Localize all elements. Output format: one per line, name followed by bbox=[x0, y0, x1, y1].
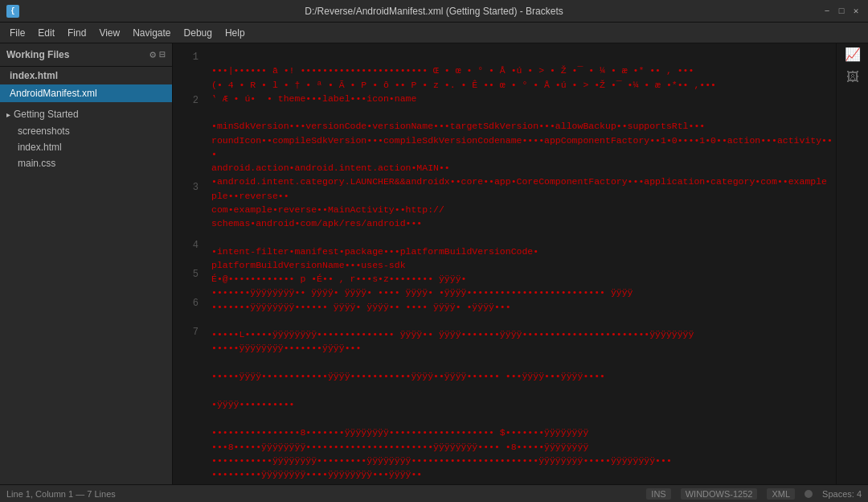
sidebar: Working Files ⚙ ⊟ index.html AndroidMani… bbox=[0, 43, 173, 484]
working-files-label: Working Files bbox=[6, 49, 69, 60]
menu-help[interactable]: Help bbox=[219, 26, 252, 40]
file-item-index-html[interactable]: index.html bbox=[0, 67, 172, 84]
status-right: INS WINDOWS-1252 XML Spaces: 4 bbox=[646, 488, 862, 500]
line-num-1: 1 bbox=[173, 50, 199, 64]
status-position: Line 1, Column 1 — 7 Lines bbox=[6, 489, 633, 499]
menu-find[interactable]: Find bbox=[61, 26, 92, 40]
line-num-5: 5 bbox=[173, 267, 199, 282]
code-line-2: •minSdkVersion•••versіonCode•versіonName… bbox=[211, 119, 836, 230]
code-editor[interactable]: •••|•••••• ā •! ••••••••••••••••••••••• … bbox=[205, 43, 836, 484]
chart-icon[interactable]: 📈 bbox=[845, 47, 861, 63]
getting-started-label: Getting Started bbox=[14, 109, 79, 120]
main-area: Working Files ⚙ ⊟ index.html AndroidMani… bbox=[0, 43, 868, 484]
lang-badge[interactable]: XML bbox=[767, 488, 795, 500]
image-icon[interactable]: 🖼 bbox=[845, 69, 861, 85]
menu-edit[interactable]: Edit bbox=[31, 26, 61, 40]
section-arrow-icon: ▸ bbox=[6, 110, 10, 119]
code-line-3: •intent-filter•manifest•package•••platfo… bbox=[211, 245, 836, 314]
code-line-1: •••|•••••• ā •! ••••••••••••••••••••••• … bbox=[211, 64, 836, 105]
editor-panel: 1 2 3 4 5 6 7 •••|•••••• ā •! ••••••••••… bbox=[173, 43, 836, 484]
app-icon: { bbox=[6, 5, 19, 18]
sidebar-item-screenshots[interactable]: screenshots bbox=[0, 123, 172, 139]
getting-started-section: ▸ Getting Started screenshots index.html… bbox=[0, 105, 172, 171]
code-line-6: •ÿÿÿÿ•••••••••• bbox=[211, 397, 836, 412]
code-line-5: •••••ÿÿÿÿ••••••••••••ÿÿÿÿ•••••••••••ÿÿÿÿ… bbox=[211, 369, 836, 384]
window-title: D:/Reverse/AndroidManifest.xml (Getting … bbox=[305, 6, 563, 17]
line-num-6: 6 bbox=[173, 296, 199, 311]
spaces-label: Spaces: 4 bbox=[822, 489, 862, 499]
menu-view[interactable]: View bbox=[92, 26, 126, 40]
editor-content: 1 2 3 4 5 6 7 •••|•••••• ā •! ••••••••••… bbox=[173, 43, 836, 484]
split-icon[interactable]: ⊟ bbox=[159, 48, 166, 61]
status-dot-icon bbox=[805, 490, 813, 498]
file-name: AndroidManifest.xml bbox=[10, 88, 97, 99]
settings-icon[interactable]: ⚙ bbox=[149, 48, 156, 61]
ins-badge[interactable]: INS bbox=[646, 488, 670, 500]
minimize-button[interactable]: − bbox=[821, 6, 833, 17]
window-controls: − □ ✕ bbox=[821, 6, 862, 17]
code-line-7: ••••••••••••••••8•••••••ÿÿÿÿÿÿÿÿ••••••••… bbox=[211, 426, 836, 481]
line-num-2: 2 bbox=[173, 93, 199, 108]
file-item-androidmanifest[interactable]: AndroidManifest.xml bbox=[0, 84, 172, 102]
menu-file[interactable]: File bbox=[3, 26, 31, 40]
menu-debug[interactable]: Debug bbox=[178, 26, 219, 40]
status-bar: Line 1, Column 1 — 7 Lines INS WINDOWS-1… bbox=[0, 484, 868, 502]
title-bar: { D:/Reverse/AndroidManifest.xml (Gettin… bbox=[0, 0, 868, 23]
sidebar-header-icons: ⚙ ⊟ bbox=[149, 48, 166, 61]
maximize-button[interactable]: □ bbox=[836, 6, 847, 17]
encoding-badge[interactable]: WINDOWS-1252 bbox=[681, 488, 758, 500]
menu-bar: File Edit Find View Navigate Debug Help bbox=[0, 23, 868, 43]
close-button[interactable]: ✕ bbox=[850, 6, 862, 17]
menu-navigate[interactable]: Navigate bbox=[126, 26, 177, 40]
code-line-4: •••••L•••••ÿÿÿÿÿÿÿÿ•••••••••••••• ÿÿÿÿ••… bbox=[211, 327, 836, 356]
cursor-position: Line 1, Column 1 bbox=[6, 489, 73, 499]
separator: — bbox=[76, 489, 87, 499]
line-count: 7 Lines bbox=[87, 489, 115, 499]
sidebar-item-main-css[interactable]: main.css bbox=[0, 155, 172, 171]
line-num-7: 7 bbox=[173, 325, 199, 339]
sidebar-item-index-html[interactable]: index.html bbox=[0, 139, 172, 155]
line-num-3: 3 bbox=[173, 180, 199, 195]
line-numbers: 1 2 3 4 5 6 7 bbox=[173, 43, 205, 484]
sidebar-header: Working Files ⚙ ⊟ bbox=[0, 43, 172, 67]
file-name: index.html bbox=[10, 70, 58, 81]
line-num-4: 4 bbox=[173, 238, 199, 253]
getting-started-header[interactable]: ▸ Getting Started bbox=[0, 105, 172, 123]
minimap-panel: 📈 🖼 bbox=[836, 43, 868, 484]
